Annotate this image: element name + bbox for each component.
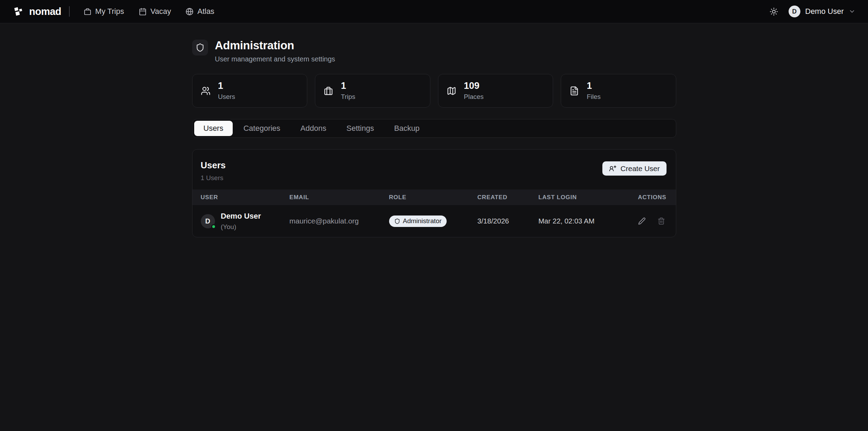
column-header-created: CREATED xyxy=(478,194,539,201)
chevron-down-icon xyxy=(849,8,856,15)
user-cell: D Demo User (You) xyxy=(201,212,290,231)
column-header-user: USER xyxy=(201,194,290,201)
brand-logo[interactable]: nomad xyxy=(12,5,61,18)
page-header-text: Administration User management and syste… xyxy=(215,39,335,63)
user-cell-text: Demo User (You) xyxy=(221,212,261,231)
shield-icon xyxy=(394,218,400,224)
email-cell: maurice@pakulat.org xyxy=(290,217,389,225)
stat-value: 1 xyxy=(218,81,235,91)
users-icon xyxy=(201,86,210,96)
delete-user-button[interactable] xyxy=(656,216,667,226)
users-count: 1 Users xyxy=(201,174,226,182)
stat-value: 1 xyxy=(587,81,601,91)
admin-tabs: Users Categories Addons Settings Backup xyxy=(192,119,676,138)
user-menu[interactable]: D Demo User xyxy=(789,6,856,17)
create-user-label: Create User xyxy=(620,164,660,173)
users-panel-titles: Users 1 Users xyxy=(201,160,226,182)
trash-icon xyxy=(658,217,665,225)
user-name: Demo User xyxy=(805,7,844,16)
column-header-role: ROLE xyxy=(389,194,478,201)
user-plus-icon xyxy=(609,165,617,172)
panel-title: Users xyxy=(201,160,226,171)
stat-cards: 1 Users 1 Trips 109 Places xyxy=(192,74,676,108)
column-header-actions: ACTIONS xyxy=(638,194,666,201)
nav-divider xyxy=(69,6,70,17)
stat-label: Trips xyxy=(341,93,355,101)
briefcase-icon xyxy=(324,86,333,96)
user-name: Demo User xyxy=(221,212,261,221)
stat-text: 1 Files xyxy=(587,81,601,101)
page-subtitle: User management and system settings xyxy=(215,55,335,63)
nav-item-vacay[interactable]: Vacay xyxy=(134,3,176,19)
tab-categories[interactable]: Categories xyxy=(234,121,290,136)
stat-label: Files xyxy=(587,93,601,101)
nav-right: D Demo User xyxy=(770,6,856,17)
role-badge: Administrator xyxy=(389,216,447,227)
tab-backup[interactable]: Backup xyxy=(385,121,429,136)
stat-card-trips: 1 Trips xyxy=(315,74,430,108)
stat-value: 109 xyxy=(464,81,484,91)
users-panel-header: Users 1 Users Create User xyxy=(192,150,676,189)
shield-icon xyxy=(192,40,208,56)
map-icon xyxy=(447,86,456,96)
online-status-dot xyxy=(211,224,216,229)
globe-icon xyxy=(186,8,194,16)
stat-card-files: 1 Files xyxy=(561,74,676,108)
last-login-cell: Mar 22, 02:03 AM xyxy=(539,217,637,225)
tab-settings[interactable]: Settings xyxy=(337,121,384,136)
top-nav: nomad My Trips Vacay xyxy=(0,0,868,23)
theme-toggle-sun-icon[interactable] xyxy=(770,7,778,16)
column-header-last-login: LAST LOGIN xyxy=(539,194,638,201)
you-label: (You) xyxy=(221,223,261,231)
role-label: Administrator xyxy=(403,217,442,225)
created-cell: 3/18/2026 xyxy=(478,217,539,225)
tab-addons[interactable]: Addons xyxy=(291,121,336,136)
nomad-logo-icon xyxy=(12,5,25,18)
create-user-button[interactable]: Create User xyxy=(602,161,666,176)
actions-cell xyxy=(637,216,667,226)
brand-name: nomad xyxy=(29,6,61,17)
avatar: D xyxy=(789,6,800,17)
stat-value: 1 xyxy=(341,81,355,91)
role-cell: Administrator xyxy=(389,216,478,227)
column-header-email: EMAIL xyxy=(290,194,389,201)
stat-text: 109 Places xyxy=(464,81,484,101)
page-title: Administration xyxy=(215,39,335,52)
stat-text: 1 Users xyxy=(218,81,235,101)
nav-item-label: My Trips xyxy=(95,7,124,16)
avatar-initial: D xyxy=(205,217,210,225)
file-icon xyxy=(569,86,579,96)
page-header: Administration User management and syste… xyxy=(192,39,676,63)
stat-label: Places xyxy=(464,93,484,101)
stat-text: 1 Trips xyxy=(341,81,355,101)
admin-page: Administration User management and syste… xyxy=(192,39,676,237)
edit-user-button[interactable] xyxy=(637,216,647,226)
calendar-icon xyxy=(139,8,147,16)
nav-item-my-trips[interactable]: My Trips xyxy=(79,3,129,19)
nav-item-atlas[interactable]: Atlas xyxy=(181,3,219,19)
stat-label: Users xyxy=(218,93,235,101)
users-panel: Users 1 Users Create User USER EMAIL ROL… xyxy=(192,149,676,237)
briefcase-icon xyxy=(84,8,92,16)
pencil-icon xyxy=(638,217,646,225)
avatar: D xyxy=(201,214,215,228)
table-row: D Demo User (You) maurice@pakulat.org Ad xyxy=(192,205,676,237)
nav-item-label: Atlas xyxy=(197,7,214,16)
primary-nav: My Trips Vacay Atlas xyxy=(79,3,220,19)
stat-card-places: 109 Places xyxy=(438,74,553,108)
stat-card-users: 1 Users xyxy=(192,74,308,108)
tab-users[interactable]: Users xyxy=(194,121,233,136)
users-table-header: USER EMAIL ROLE CREATED LAST LOGIN ACTIO… xyxy=(192,189,676,205)
nav-item-label: Vacay xyxy=(151,7,171,16)
